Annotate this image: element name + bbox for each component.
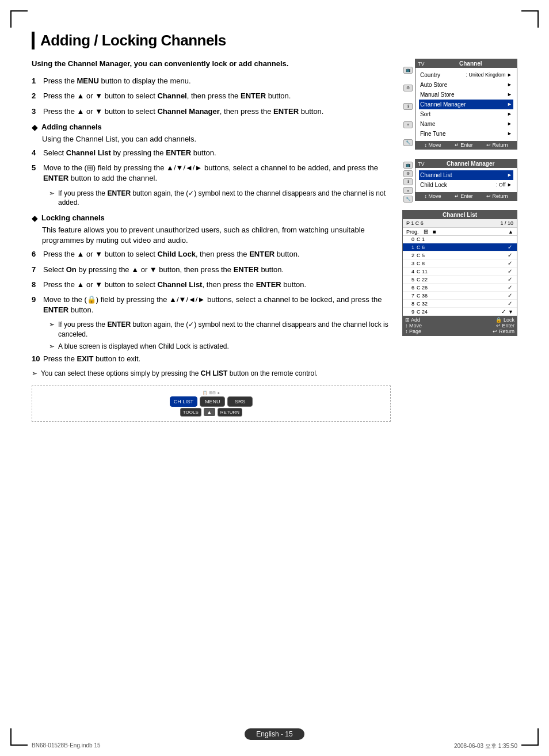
step-text-5: Move to the (⊞) field by pressing the ▲/… [43, 163, 391, 184]
step-1: 1 Press the MENU button to display the m… [32, 76, 391, 86]
screen2-body: Channel List ► Child Lock : Off ► [415, 168, 517, 192]
screen1-body: Country : United Kingdom ► Auto Store ► … [415, 68, 517, 141]
cl-current-channel: P 1 C 6 [406, 220, 424, 226]
return-button[interactable]: RETURN [218, 408, 242, 417]
step-5: 5 Move to the (⊞) field by pressing the … [32, 163, 391, 184]
step-text-9: Move to the (🔒) field by pressing the ▲/… [43, 295, 391, 315]
diamond-bullet-locking: ◆ [32, 213, 38, 223]
tv-icon-settings: ⚙ [403, 85, 413, 91]
tools-button[interactable]: TOOLS [180, 408, 201, 417]
cl-prog-label: Prog. [406, 229, 419, 235]
step-8: 8 Press the ▲ or ▼ button to select Chan… [32, 280, 391, 290]
tv-icon-broadcast: 📺 [403, 67, 413, 74]
menu-item-name: Name ► [419, 119, 513, 129]
step-text-3: Press the ▲ or ▼ button to select Channe… [43, 106, 391, 117]
menu-item-manualstore: Manual Store ► [419, 90, 513, 100]
menu-button[interactable]: MENU [200, 396, 225, 407]
tv2-icon-guide: ≡ [403, 187, 413, 194]
doc-info: BN68-01528B-Eng.indb 15 2008-06-03 오후 1:… [32, 742, 517, 750]
note-arrow-adding: ➣ [49, 189, 58, 208]
screen2-footer-return: ↩ Return [486, 193, 508, 199]
remote-top-row: 📋⊞⊟● CH LIST MENU SRS TOOLS ▲ [170, 391, 253, 417]
cl-num-4: 4 [406, 269, 414, 274]
step-num-7: 7 [32, 265, 43, 275]
cl-name-6: C 26 [417, 285, 506, 291]
step-6: 6 Press the ▲ or ▼ button to select Chil… [32, 249, 391, 259]
cl-row-7: 7 C 36 ✓ [403, 292, 517, 300]
section-locking-title: Locking channels [41, 213, 105, 222]
step-text-8: Press the ▲ or ▼ button to select Channe… [43, 280, 391, 290]
tv2-icon-settings: ⚙ [403, 170, 413, 177]
title-section: Adding / Locking Channels [32, 32, 517, 49]
screen1-container: 📺 ⚙ ℹ ≡ 🔧 TV Channel Country : United Ki… [402, 59, 517, 154]
cl-name-0: C 1 [417, 236, 506, 242]
cl-footer-row1: ⊞ Add 🔒 Lock [405, 317, 514, 323]
screen2-container: 📺 ⚙ ℹ ≡ 🔧 TV Channel Manager Channel Lis… [402, 159, 517, 205]
screen1-tv: TV Channel Country : United Kingdom ► Au… [415, 59, 517, 150]
corner-border-tr [521, 10, 539, 28]
screen2-side-icons: 📺 ⚙ ℹ ≡ 🔧 [402, 159, 414, 205]
cl-row-3: 3 C 8 ✓ [403, 259, 517, 268]
cl-check-3: ✓ [506, 260, 513, 266]
cl-num-6: 6 [406, 285, 414, 291]
manualstore-label: Manual Store [420, 90, 454, 99]
step-2: 2 Press the ▲ or ▼ button to select Chan… [32, 91, 391, 101]
cl-check-2: ✓ [506, 252, 513, 258]
cl-name-5: C 22 [417, 277, 506, 282]
name-label: Name [420, 120, 436, 128]
cl-row-9: 9 C 24 ✓ ▼ [403, 308, 517, 316]
srs-button[interactable]: SRS [227, 396, 253, 407]
section-adding-header: ◆ Adding channels [32, 123, 391, 132]
step-7: 7 Select On by pressing the ▲ or ▼ butto… [32, 265, 391, 275]
cl-check-4: ✓ [506, 268, 513, 274]
cl-name-4: C 11 [417, 269, 506, 274]
note-arrow-locking-1: ➣ [49, 320, 58, 339]
manualstore-arrow: ► [507, 91, 512, 99]
section-adding-desc: Using the Channel List, you can add chan… [42, 134, 391, 144]
cl-row-4: 4 C 11 ✓ [403, 268, 517, 276]
cl-header: Channel List [403, 211, 517, 219]
note-text-locking-1: If you press the ENTER button again, the… [58, 320, 391, 339]
cl-num-7: 7 [406, 293, 414, 299]
step-num-10: 10 [32, 354, 43, 364]
cl-check-1: ✓ [506, 244, 513, 250]
step-num-4: 4 [32, 148, 43, 158]
cl-footer-row2: ↕ Move ↵ Enter [405, 323, 514, 329]
autostore-label: Auto Store [420, 81, 447, 89]
screen1-tv-label: TV [418, 61, 425, 67]
cl-row-6: 6 C 26 ✓ [403, 284, 517, 292]
step-text-6: Press the ▲ or ▼ button to select Child … [43, 249, 391, 259]
cl-check-6: ✓ [506, 284, 513, 291]
tv-icon-info: ℹ [403, 103, 413, 110]
cl-move-label: ↕ Move [405, 323, 422, 329]
cl-row-8: 8 C 32 ✓ [403, 300, 517, 308]
menu-item-finetune: Fine Tune ► [419, 129, 513, 139]
cl-scroll-up: ▲ [508, 229, 513, 235]
finetune-arrow: ► [507, 130, 512, 138]
channellist-arrow: ► [507, 171, 512, 180]
ch-list-button[interactable]: CH LIST [170, 396, 198, 407]
step-text-7: Select On by pressing the ▲ or ▼ button,… [43, 265, 391, 275]
note-adding: ➣ If you press the ENTER button again, t… [49, 189, 391, 208]
corner-border-tl [10, 10, 28, 28]
cl-row-0: 0 C 1 [403, 236, 517, 243]
screen1-title: Channel [427, 60, 514, 67]
step-10: 10 Press the EXIT button to exit. [32, 354, 391, 364]
page-title: Adding / Locking Channels [40, 32, 517, 49]
tv-icon-guide: ≡ [403, 121, 413, 128]
screen3-channel-list: Channel List P 1 C 6 1 / 10 Prog. ⊞ ■ ▲ … [402, 210, 517, 336]
cl-name-1: C 6 [417, 245, 506, 250]
country-value: : United Kingdom ► [466, 71, 512, 79]
channelmgr-label: Channel Manager [420, 100, 466, 109]
step-num-9: 9 [32, 295, 43, 315]
cl-name-9: C 24 [417, 309, 500, 315]
screen2-tv: TV Channel Manager Channel List ► Child … [415, 159, 517, 201]
cl-name-3: C 8 [417, 261, 506, 266]
step-text-2: Press the ▲ or ▼ button to select Channe… [43, 91, 391, 101]
remote-mockup: 📋⊞⊟● CH LIST MENU SRS TOOLS ▲ [159, 391, 263, 417]
cl-lock-header-icon: ■ [433, 228, 436, 235]
up-arrow-btn[interactable]: ▲ [204, 408, 215, 416]
step-num-1: 1 [32, 76, 43, 86]
note-locking-2: ➣ A blue screen is displayed when Child … [49, 342, 391, 352]
cl-num-0: 0 [406, 236, 414, 242]
